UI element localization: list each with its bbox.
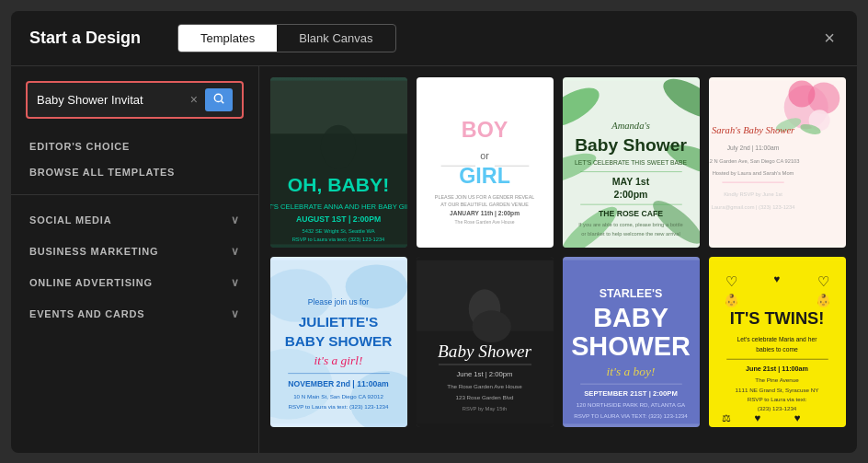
chevron-down-icon: ∨ (231, 276, 240, 289)
sidebar-divider (11, 194, 258, 195)
svg-text:The Rose Garden Ave House: The Rose Garden Ave House (447, 382, 522, 388)
svg-text:AT OUR BEAUTIFUL GARDEN VENUE: AT OUR BEAUTIFUL GARDEN VENUE (440, 202, 529, 207)
svg-text:STARLEE'S: STARLEE'S (600, 286, 663, 299)
svg-text:♥: ♥ (754, 412, 760, 423)
tab-templates[interactable]: Templates (178, 25, 277, 52)
chevron-down-icon: ∨ (231, 307, 240, 320)
search-submit-button[interactable] (205, 88, 233, 111)
template-card-4[interactable]: Sarah's Baby Shower July 2nd | 11:00am 1… (709, 77, 846, 248)
svg-text:Baby Shower: Baby Shower (438, 341, 531, 361)
svg-text:June 1st | 2:00pm: June 1st | 2:00pm (457, 370, 513, 378)
svg-text:♡: ♡ (817, 273, 829, 289)
svg-text:⚖: ⚖ (722, 412, 731, 423)
search-clear-button[interactable]: × (190, 92, 198, 107)
svg-point-0 (214, 94, 222, 101)
svg-text:2:00pm: 2:00pm (614, 189, 648, 200)
svg-text:babies to come: babies to come (756, 345, 798, 352)
svg-point-40 (789, 80, 816, 107)
template-card-7[interactable]: STARLEE'S BABY SHOWER it's a boy! SEPTEM… (563, 257, 700, 427)
svg-text:(323) 123-1234: (323) 123-1234 (758, 405, 797, 411)
template-card-2[interactable]: BOY or GIRL PLEASE JOIN US FOR A GENDER … (417, 77, 554, 248)
svg-text:PLEASE JOIN US FOR A GENDER RE: PLEASE JOIN US FOR A GENDER REVEAL (435, 194, 534, 200)
svg-text:LET'S CELEBRATE ANNA AND HER B: LET'S CELEBRATE ANNA AND HER BABY GIRL! (270, 202, 407, 210)
svg-text:RSVP by May 15th: RSVP by May 15th (463, 406, 507, 411)
svg-text:👶: 👶 (816, 292, 831, 307)
close-button[interactable]: × (820, 25, 839, 51)
chevron-down-icon: ∨ (231, 245, 240, 258)
svg-text:RSVP to Laura via text: (323) : RSVP to Laura via text: (323) 123-1234 (292, 236, 385, 241)
svg-text:Amanda's: Amanda's (611, 121, 650, 131)
svg-text:If you are able to come, pleas: If you are able to come, please bring a … (578, 222, 682, 227)
sidebar-category-online-advertising[interactable]: ONLINE ADVERTISING ∨ (11, 267, 258, 298)
svg-text:♥: ♥ (774, 272, 781, 284)
svg-text:IT'S TWINS!: IT'S TWINS! (730, 307, 825, 327)
svg-text:RSVP to Laura via text:: RSVP to Laura via text: (748, 396, 807, 402)
svg-text:Kindly RSVP by June 1st: Kindly RSVP by June 1st (724, 191, 782, 196)
search-box: × (26, 81, 244, 119)
svg-text:120 NORTHSIDE PARK RD, ATLANTA: 120 NORTHSIDE PARK RD, ATLANTA GA (577, 401, 686, 408)
svg-point-68 (473, 310, 511, 342)
svg-text:1111 NE Grand St, Syracuse NY: 1111 NE Grand St, Syracuse NY (736, 386, 820, 392)
svg-text:JULIETTE'S: JULIETTE'S (299, 313, 379, 329)
svg-text:The Rose Garden Ave House: The Rose Garden Ave House (455, 218, 515, 224)
sidebar: × EDITOR'S CHOICE BROWSE ALL TEMPLATES S… (11, 66, 259, 453)
svg-text:RSVP TO LAURA VIA TEXT: (323) : RSVP TO LAURA VIA TEXT: (323) 123-1234 (574, 411, 688, 418)
svg-text:SHOWER: SHOWER (571, 331, 691, 361)
svg-text:BABY SHOWER: BABY SHOWER (285, 332, 393, 348)
sidebar-link-editors-choice[interactable]: EDITOR'S CHOICE (11, 133, 258, 159)
modal-body: × EDITOR'S CHOICE BROWSE ALL TEMPLATES S… (11, 66, 857, 453)
svg-text:Laura@gmail.com | (323) 123-12: Laura@gmail.com | (323) 123-1234 (712, 203, 796, 209)
svg-text:RSVP to Laura via text: (323) : RSVP to Laura via text: (323) 123-1234 (288, 403, 389, 410)
svg-text:👶: 👶 (724, 292, 739, 307)
svg-text:LET'S CELEBRATE THIS SWEET BAB: LET'S CELEBRATE THIS SWEET BABE (575, 158, 687, 165)
modal-title: Start a Design (29, 29, 141, 48)
svg-text:THE ROSE CAFE: THE ROSE CAFE (599, 208, 663, 217)
svg-text:or: or (480, 149, 489, 160)
svg-point-4 (321, 124, 356, 168)
svg-text:BOY: BOY (462, 118, 508, 142)
svg-text:NOVEMBER 2nd | 11:00am: NOVEMBER 2nd | 11:00am (288, 379, 389, 388)
svg-text:BABY: BABY (593, 302, 668, 331)
svg-text:OH, BABY!: OH, BABY! (288, 173, 389, 194)
svg-text:12 N Garden Ave, San Diego CA : 12 N Garden Ave, San Diego CA 92103 (709, 157, 800, 163)
sidebar-category-social-media[interactable]: SOCIAL MEDIA ∨ (11, 204, 258, 236)
sidebar-category-events-and-cards[interactable]: EVENTS AND CARDS ∨ (11, 298, 258, 330)
svg-text:MAY 1st: MAY 1st (612, 176, 650, 187)
svg-text:Let's celebrate Maria and her: Let's celebrate Maria and her (737, 336, 818, 342)
svg-text:or blanket to help welcome the: or blanket to help welcome the new arriv… (581, 230, 680, 236)
svg-text:♡: ♡ (725, 273, 737, 289)
svg-text:it's a boy!: it's a boy! (607, 364, 656, 377)
templates-grid: OH, BABY! LET'S CELEBRATE ANNA AND HER B… (270, 77, 846, 427)
svg-text:Hosted by Laura and Sarah's Mo: Hosted by Laura and Sarah's Mom (713, 170, 794, 176)
search-icon (212, 92, 225, 105)
svg-text:Please join us for: Please join us for (308, 296, 369, 306)
svg-text:♥: ♥ (794, 412, 801, 423)
svg-text:The Pine Avenue: The Pine Avenue (755, 376, 799, 383)
svg-text:GIRL: GIRL (459, 164, 510, 188)
svg-text:AUGUST 1ST | 2:00PM: AUGUST 1ST | 2:00PM (296, 214, 381, 224)
modal-header: Start a Design Templates Blank Canvas × (11, 11, 857, 66)
template-card-5[interactable]: Please join us for JULIETTE'S BABY SHOWE… (270, 257, 407, 427)
template-card-1[interactable]: OH, BABY! LET'S CELEBRATE ANNA AND HER B… (270, 77, 407, 248)
template-card-3[interactable]: Amanda's Baby Shower LET'S CELEBRATE THI… (563, 77, 700, 248)
svg-text:123 Rose Garden Blvd: 123 Rose Garden Blvd (455, 393, 514, 399)
svg-text:June 21st | 11:00am: June 21st | 11:00am (746, 364, 808, 372)
svg-line-1 (222, 100, 224, 103)
svg-text:it's a girl!: it's a girl! (314, 353, 363, 367)
template-card-6[interactable]: Baby Shower June 1st | 2:00pm The Rose G… (417, 257, 554, 427)
svg-text:Baby Shower: Baby Shower (575, 135, 687, 155)
tab-group: Templates Blank Canvas (177, 24, 395, 52)
tab-blank-canvas[interactable]: Blank Canvas (277, 25, 394, 52)
start-a-design-modal: Start a Design Templates Blank Canvas × … (11, 11, 857, 453)
svg-text:5432 SE Wright St, Seattle WA: 5432 SE Wright St, Seattle WA (303, 227, 375, 233)
search-input[interactable] (37, 93, 183, 107)
content-area: OH, BABY! LET'S CELEBRATE ANNA AND HER B… (259, 66, 857, 453)
chevron-down-icon: ∨ (231, 214, 240, 226)
svg-text:10 N Main St, San Diego CA 920: 10 N Main St, San Diego CA 92012 (293, 392, 383, 399)
svg-text:Sarah's Baby Shower: Sarah's Baby Shower (712, 125, 795, 135)
sidebar-category-business-marketing[interactable]: BUSINESS MARKETING ∨ (11, 236, 258, 267)
template-card-8[interactable]: ♡ ♥ ♡ 👶 👶 IT'S TWINS! Let's celebrate Ma… (709, 257, 846, 427)
svg-text:SEPTEMBER 21ST | 2:00PM: SEPTEMBER 21ST | 2:00PM (584, 388, 678, 397)
svg-text:July 2nd | 11:00am: July 2nd | 11:00am (727, 144, 780, 151)
sidebar-link-browse-all[interactable]: BROWSE ALL TEMPLATES (11, 159, 258, 185)
